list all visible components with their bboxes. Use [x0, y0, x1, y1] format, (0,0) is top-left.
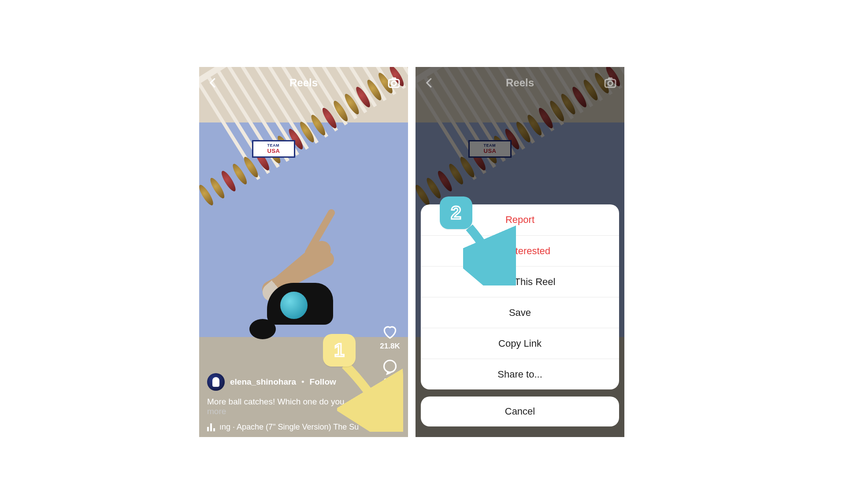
- annotation-step-1-badge: 1: [323, 334, 356, 367]
- sheet-item-not-interested[interactable]: Not Interested: [421, 235, 619, 266]
- sheet-item-save[interactable]: Save: [421, 297, 619, 328]
- back-button[interactable]: [204, 73, 223, 93]
- audio-eq-icon: [207, 423, 215, 431]
- annotation-step-2-badge: 2: [440, 196, 472, 229]
- annotation-step-2-arrow: [463, 224, 516, 285]
- page-title: Reels: [223, 77, 384, 89]
- gymnast-figure: [214, 234, 346, 336]
- annotation-step-1-arrow: [337, 361, 403, 432]
- tutorial-canvas: TEAMUSA Reels 21.8K 205: [103, 67, 743, 437]
- camera-button[interactable]: [384, 73, 404, 93]
- sheet-item-share-to[interactable]: Share to...: [421, 359, 619, 389]
- sheet-item-copy-link[interactable]: Copy Link: [421, 328, 619, 359]
- separator-dot: •: [301, 377, 304, 387]
- svg-point-1: [392, 81, 396, 85]
- action-sheet: Report Not Interested Remix This Reel Sa…: [421, 204, 619, 389]
- team-usa-poster: TEAMUSA: [252, 140, 295, 158]
- sheet-item-remix[interactable]: Remix This Reel: [421, 266, 619, 297]
- phone-screenshot-right: TEAMUSA Reels Report Not Interested Remi…: [416, 67, 624, 437]
- follow-button[interactable]: Follow: [310, 377, 336, 387]
- caption-more[interactable]: more: [207, 407, 226, 416]
- heart-icon: [382, 323, 398, 340]
- like-count: 21.8K: [380, 342, 400, 351]
- sheet-cancel-button[interactable]: Cancel: [421, 397, 619, 426]
- username-link[interactable]: elena_shinohara: [230, 377, 296, 387]
- like-button[interactable]: 21.8K: [380, 323, 400, 351]
- reels-top-bar: Reels: [199, 70, 408, 95]
- avatar[interactable]: [207, 373, 225, 391]
